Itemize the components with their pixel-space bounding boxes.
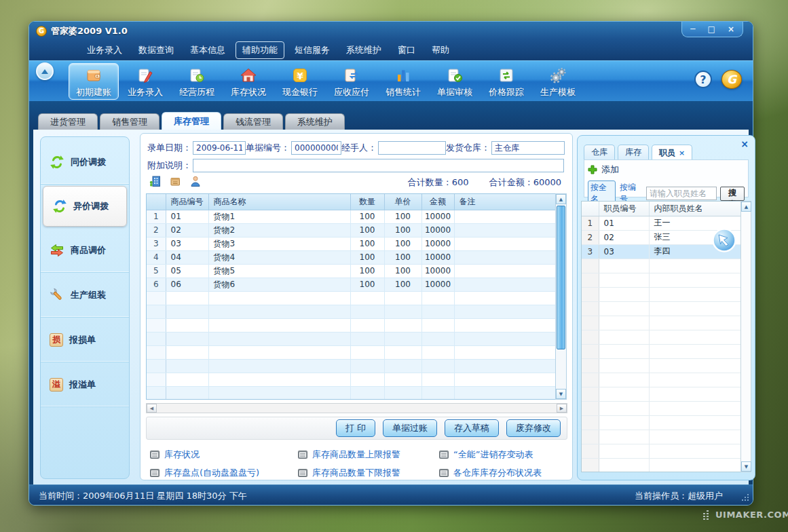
menu-item-3[interactable]: 辅助功能 [236,41,284,59]
table-row-empty[interactable] [147,386,556,400]
warehouse-input[interactable] [491,141,565,155]
list-item-empty[interactable] [582,401,742,415]
help-icon[interactable]: ? [694,71,712,88]
menu-item-2[interactable]: 基本信息 [184,42,231,58]
doc-number-input[interactable] [291,141,341,155]
list-item-empty[interactable] [582,301,742,316]
action-button-3[interactable]: 废弃修改 [506,419,561,437]
side-panel-tab-0[interactable]: 仓库 [584,145,615,159]
action-button-0[interactable]: 打 印 [336,419,375,437]
scroll-left-arrow-icon[interactable]: ◀ [147,404,157,413]
add-row[interactable]: 添加 [588,163,745,176]
table-row[interactable]: 303货物310010010000 [147,237,556,250]
toolbar-button-7[interactable]: 单据审核 [430,63,480,100]
sidebar-item-1[interactable]: 异价调拨 [43,186,127,227]
tab-0[interactable]: 进货管理 [38,113,98,130]
toolbar-button-4[interactable]: ¥现金银行 [275,63,325,100]
toolbar-button-8[interactable]: 价格跟踪 [481,63,531,100]
action-button-1[interactable]: 单据过账 [383,419,437,437]
employee-search-input[interactable] [646,187,717,200]
toolbar-button-2[interactable]: 经营历程 [172,63,222,100]
table-row-empty[interactable] [147,291,556,305]
table-row[interactable]: 404货物410010010000 [147,250,556,264]
sidebar-item-0[interactable]: 同价调拨 [41,140,129,185]
sidebar-item-4[interactable]: 损报损单 [41,318,129,362]
side-panel-tab-2[interactable]: 职员× [652,145,692,161]
scroll-right-arrow-icon[interactable]: ▶ [557,404,567,413]
order-date-input[interactable] [193,141,246,155]
tab-4[interactable]: 系统维护 [285,113,345,130]
items-vertical-scrollbar[interactable]: ▲ ▼ [555,193,567,400]
table-row[interactable]: 505货物510010010000 [147,264,556,278]
list-item-empty[interactable] [582,358,742,373]
scrollbar-thumb[interactable] [557,206,565,349]
tab-close-icon[interactable]: × [679,149,685,157]
report-link[interactable]: “全能”进销存变动表 [439,449,533,461]
side-panel-tab-1[interactable]: 库存 [618,145,649,159]
menu-item-7[interactable]: 帮助 [426,42,455,58]
close-button[interactable]: × [728,25,734,33]
table-row-empty[interactable] [147,373,556,386]
list-item-empty[interactable] [582,415,742,430]
items-horizontal-scrollbar[interactable]: ◀ ▶ [146,403,567,413]
tab-2[interactable]: 库存管理 [162,112,221,130]
org-icon[interactable] [149,175,161,187]
table-row-empty[interactable] [147,359,556,373]
list-item-empty[interactable] [582,344,742,358]
list-item-empty[interactable] [582,430,742,444]
table-row[interactable]: 202货物210010010000 [147,223,556,237]
list-item-empty[interactable] [582,458,742,472]
menu-item-5[interactable]: 系统维护 [340,42,388,58]
table-row-empty[interactable] [147,305,556,318]
maximize-button[interactable]: □ [708,25,715,33]
handler-input[interactable] [378,141,446,155]
toolbar-button-0[interactable]: 初期建账 [69,63,119,100]
scroll-up-arrow-icon[interactable]: ▲ [556,194,566,204]
person-icon[interactable] [189,175,202,187]
employee-vertical-scrollbar[interactable]: ▲ ▼ [740,201,751,472]
table-row-empty[interactable] [147,345,556,359]
toolbar-button-6[interactable]: 销售统计 [378,63,428,100]
report-link[interactable]: 库存商品数量下限报警 [298,467,439,479]
toolbar-button-5[interactable]: 应收应付 [326,63,377,100]
sidebar-item-3[interactable]: 生产组装 [41,273,129,318]
report-link[interactable]: 库存状况 [146,449,298,461]
list-item-empty[interactable] [582,444,742,458]
note-input[interactable] [193,159,564,172]
toolbar-button-1[interactable]: 业务录入 [120,63,170,100]
list-item-empty[interactable] [582,316,742,330]
list-item-empty[interactable] [582,330,742,344]
sidebar-item-2[interactable]: 商品调价 [41,228,129,273]
action-button-2[interactable]: 存入草稿 [445,419,499,437]
minimize-button[interactable]: ─ [690,25,695,33]
scroll-up-arrow-icon[interactable]: ▲ [741,202,751,212]
tab-3[interactable]: 钱流管理 [223,113,283,130]
tab-1[interactable]: 销售管理 [100,113,160,130]
list-item-empty[interactable] [582,287,742,301]
menu-item-1[interactable]: 数据查询 [132,42,180,58]
menu-item-4[interactable]: 短信服务 [288,42,336,58]
brand-icon[interactable]: G [721,70,742,89]
report-link[interactable]: 库存盘点(自动盘盈盘亏) [146,467,298,479]
list-item-empty[interactable] [582,259,742,273]
report-link[interactable]: 各仓库库存分布状况表 [439,467,542,479]
panel-close-icon[interactable]: × [740,138,749,149]
list-item-empty[interactable] [582,373,742,387]
scroll-down-arrow-icon[interactable]: ▼ [741,461,751,472]
toolbar-button-3[interactable]: 库存状况 [223,63,274,100]
sidebar-item-5[interactable]: 溢报溢单 [41,362,129,407]
list-item-empty[interactable] [582,387,742,401]
menu-item-6[interactable]: 窗口 [392,42,421,58]
resize-grip-icon[interactable] [741,494,749,501]
scroll-up-button[interactable] [36,62,54,80]
menu-item-0[interactable]: 业务录入 [81,42,128,58]
table-row-empty[interactable] [147,318,556,332]
search-button[interactable]: 搜索 [720,187,745,201]
table-row[interactable]: 101货物110010010000 [147,210,556,223]
table-row[interactable]: 606货物610010010000 [147,278,556,291]
table-row-empty[interactable] [147,332,556,345]
goods-icon[interactable] [169,175,181,187]
toolbar-button-9[interactable]: 生产模板 [533,63,583,100]
report-link[interactable]: 库存商品数量上限报警 [298,449,439,461]
list-item-empty[interactable] [582,273,742,287]
